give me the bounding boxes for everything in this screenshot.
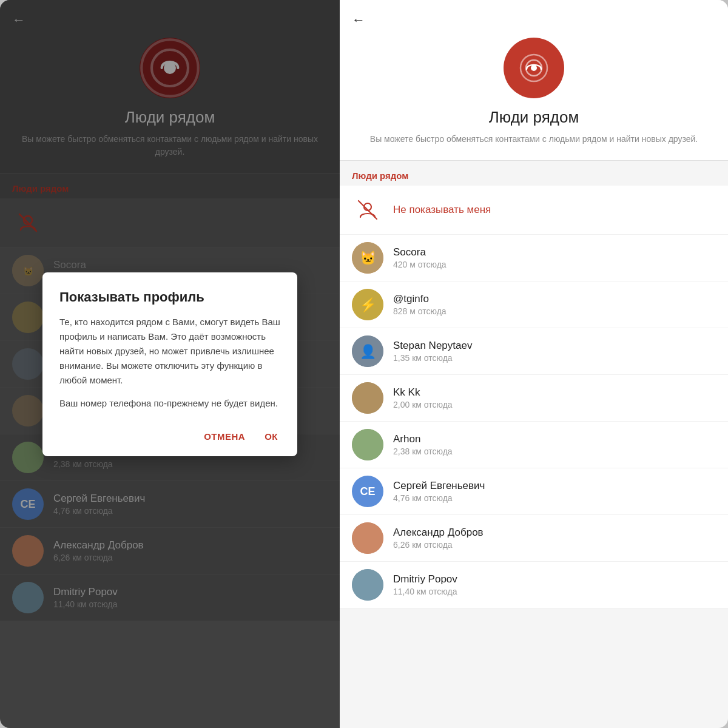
right-section-title: Люди рядом bbox=[340, 161, 728, 186]
avatar-dmitriy bbox=[352, 569, 383, 601]
svg-text:👤: 👤 bbox=[360, 343, 377, 360]
item-dist: 828 м отсюда bbox=[393, 306, 716, 316]
list-item-kkkk[interactable]: Kk Kk 2,00 км отсюда bbox=[340, 375, 728, 422]
item-name: Stepan Nepytaev bbox=[393, 340, 716, 352]
item-name: Dmitriy Popov bbox=[393, 573, 716, 585]
item-name: Александр Добров bbox=[393, 527, 716, 539]
svg-point-21 bbox=[352, 569, 383, 601]
right-not-show-item[interactable]: Не показывать меня bbox=[340, 186, 728, 235]
dialog-title: Показывать профиль bbox=[59, 289, 280, 305]
avatar-stepan: 👤 bbox=[352, 335, 383, 367]
item-info-alexandr: Александр Добров 6,26 км отсюда bbox=[393, 527, 716, 550]
item-info-tginfo: @tginfo 828 м отсюда bbox=[393, 293, 716, 316]
item-name: Сергей Евгеньевич bbox=[393, 480, 716, 492]
item-dist: 6,26 км отсюда bbox=[393, 540, 716, 550]
avatar-arhon bbox=[352, 429, 383, 460]
item-info-sergei: Сергей Евгеньевич 4,76 км отсюда bbox=[393, 480, 716, 503]
right-logo bbox=[504, 38, 564, 98]
avatar-kkkk bbox=[352, 382, 383, 414]
list-item-sergei[interactable]: СЕ Сергей Евгеньевич 4,76 км отсюда bbox=[340, 468, 728, 515]
list-item-tginfo[interactable]: ⚡ @tginfo 828 м отсюда bbox=[340, 281, 728, 328]
not-show-icon bbox=[352, 194, 383, 226]
svg-point-18 bbox=[352, 382, 383, 414]
item-dist: 4,76 км отсюда bbox=[393, 493, 716, 503]
right-back-button[interactable]: ← bbox=[352, 12, 365, 28]
avatar-tginfo: ⚡ bbox=[352, 289, 383, 320]
not-show-label: Не показывать меня bbox=[393, 204, 491, 216]
dialog-actions: ОТМЕНА ОК bbox=[59, 419, 280, 447]
right-list: Люди рядом Не показывать меня 🐱 Socora 4… bbox=[340, 161, 728, 608]
item-dist: 1,35 км отсюда bbox=[393, 353, 716, 363]
dialog-cancel-button[interactable]: ОТМЕНА bbox=[201, 426, 248, 447]
svg-point-20 bbox=[352, 522, 383, 554]
item-info-stepan: Stepan Nepytaev 1,35 км отсюда bbox=[393, 340, 716, 363]
item-info-kkkk: Kk Kk 2,00 км отсюда bbox=[393, 386, 716, 410]
item-name: Kk Kk bbox=[393, 386, 716, 399]
list-item-stepan[interactable]: 👤 Stepan Nepytaev 1,35 км отсюда bbox=[340, 328, 728, 375]
dialog-body-paragraph1: Те, кто находится рядом с Вами, смогут в… bbox=[59, 315, 280, 388]
list-item-alexandr[interactable]: Александр Добров 6,26 км отсюда bbox=[340, 515, 728, 562]
item-dist: 11,40 км отсюда bbox=[393, 587, 716, 596]
item-info-socora: Socora 420 м отсюда bbox=[393, 246, 716, 269]
left-screen: ← Люди рядом Вы можете быстро обменяться… bbox=[0, 0, 340, 728]
item-info-dmitriy: Dmitriy Popov 11,40 км отсюда bbox=[393, 573, 716, 596]
svg-text:⚡: ⚡ bbox=[360, 297, 377, 313]
list-item-dmitriy[interactable]: Dmitriy Popov 11,40 км отсюда bbox=[340, 562, 728, 608]
item-name: Socora bbox=[393, 246, 716, 258]
item-dist: 2,00 км отсюда bbox=[393, 400, 716, 410]
right-page-subtitle: Вы можете быстро обменяться контактами с… bbox=[352, 133, 716, 146]
dialog-body-paragraph2: Ваш номер телефона по-прежнему не будет … bbox=[59, 396, 280, 411]
dialog-body: Те, кто находится рядом с Вами, смогут в… bbox=[59, 315, 280, 411]
right-screen: ← Люди рядом Вы можете быстро обменяться… bbox=[340, 0, 728, 728]
item-info-arhon: Arhon 2,38 км отсюда bbox=[393, 433, 716, 456]
right-header-area: ← Люди рядом Вы можете быстро обменяться… bbox=[340, 0, 728, 161]
dialog-overlay: Показывать профиль Те, кто находится ряд… bbox=[0, 0, 340, 728]
svg-point-9 bbox=[531, 65, 537, 71]
item-name: @tginfo bbox=[393, 293, 716, 305]
list-item-socora[interactable]: 🐱 Socora 420 м отсюда bbox=[340, 235, 728, 281]
avatar-initials-sergei: СЕ bbox=[352, 476, 383, 507]
avatar-socora: 🐱 bbox=[352, 242, 383, 274]
svg-text:🐱: 🐱 bbox=[360, 250, 377, 266]
list-item-arhon[interactable]: Arhon 2,38 км отсюда bbox=[340, 422, 728, 468]
item-dist: 420 м отсюда bbox=[393, 260, 716, 269]
item-name: Arhon bbox=[393, 433, 716, 445]
avatar-alexandr bbox=[352, 522, 383, 554]
show-profile-dialog: Показывать профиль Те, кто находится ряд… bbox=[42, 272, 297, 456]
dialog-ok-button[interactable]: ОК bbox=[262, 426, 280, 447]
item-dist: 2,38 км отсюда bbox=[393, 447, 716, 456]
svg-point-19 bbox=[352, 429, 383, 460]
right-page-title: Люди рядом bbox=[352, 108, 716, 127]
